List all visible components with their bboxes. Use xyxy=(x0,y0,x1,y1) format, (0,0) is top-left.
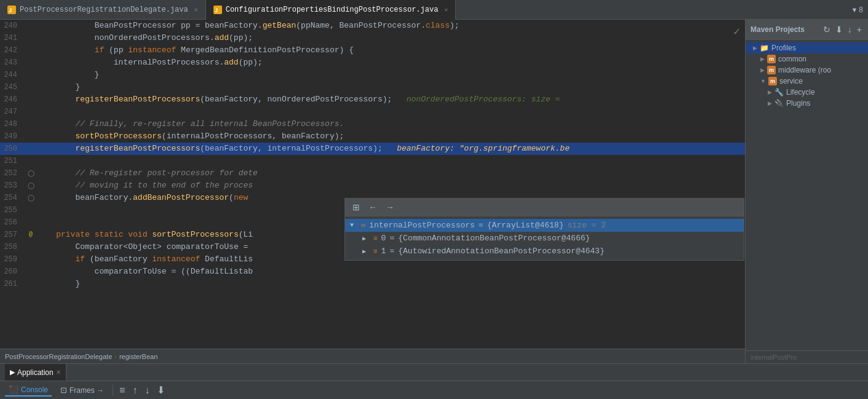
debug-child-1-icon: ≡ xyxy=(373,248,378,255)
frames-btn[interactable]: ⊡ Frames → xyxy=(57,384,108,396)
console-icon: ⬛ xyxy=(9,385,18,394)
profiles-arrow: ▶ xyxy=(753,45,757,51)
maven-add-btn[interactable]: + xyxy=(856,23,863,36)
debug-var-name: internalPostProcessors xyxy=(369,221,475,230)
tab-count: 8 xyxy=(859,6,863,14)
console-down-btn[interactable]: ↓ xyxy=(143,384,151,397)
middleware-maven-icon: m xyxy=(767,66,776,74)
svg-text:J: J xyxy=(9,8,12,14)
service-arrow: ▼ xyxy=(760,78,766,84)
debug-back-btn[interactable]: ← xyxy=(366,201,380,213)
breadcrumb-item-1[interactable]: PostProcessorRegistrationDelegate xyxy=(5,353,112,360)
tab-configprops[interactable]: J ConfigurationPropertiesBindingPostProc… xyxy=(206,0,456,20)
maven-item-plugins[interactable]: ▶ 🔌 Plugins xyxy=(746,98,868,109)
lifecycle-icon: 🔧 xyxy=(774,88,784,97)
debug-child-0-expand: ▶ xyxy=(362,235,370,242)
maven-hint: internalPostPro xyxy=(746,350,868,363)
maven-item-service[interactable]: ▼ m service xyxy=(746,76,868,87)
debugger-content: ▼ ∞ internalPostProcessors = {ArrayList@… xyxy=(345,216,744,260)
svg-text:J: J xyxy=(215,8,218,14)
debug-child-1-index: 1 xyxy=(381,247,386,256)
debugger-popup: ⊞ ← → ▼ ∞ internalPostProcessors = {Arra… xyxy=(344,198,744,261)
console-dl-btn[interactable]: ⬇ xyxy=(156,383,166,397)
plugins-icon: 🔌 xyxy=(774,99,784,108)
console-up-btn[interactable]: ↑ xyxy=(131,384,138,397)
app-tab-bar: ▶ Application ✕ xyxy=(0,363,868,381)
app-tab-icon: ▶ xyxy=(10,368,15,376)
app-tab-label: Application xyxy=(17,368,54,377)
debug-child-1-row[interactable]: ▶ ≡ 1 = {AutowiredAnnotationBeanPostProc… xyxy=(345,245,744,258)
debug-main-var-row[interactable]: ▼ ∞ internalPostProcessors = {ArrayList@… xyxy=(345,219,744,232)
service-maven-icon: m xyxy=(768,77,777,85)
code-line-243: 243 internalPostProcessors.add(pp); xyxy=(0,57,745,69)
code-line-251: 251 xyxy=(0,155,745,167)
maven-item-common[interactable]: ▶ m common xyxy=(746,53,868,65)
maven-hint-text: internalPostPro xyxy=(751,354,797,361)
debug-infinity-icon: ∞ xyxy=(361,221,365,230)
code-line-242: 242 if (pp instanceof MergedBeanDefiniti… xyxy=(0,44,745,57)
code-line-240: 240 BeanPostProcessor pp = beanFactory.g… xyxy=(0,20,745,32)
maven-download-btn[interactable]: ↓ xyxy=(846,23,853,36)
maven-download-all-btn[interactable]: ⬇ xyxy=(834,23,844,36)
code-line-248: 248 // Finally, re-register all internal… xyxy=(0,118,745,130)
debug-child-0-value: {CommonAnnotationBeanPostProcessor@4666} xyxy=(398,234,590,243)
tab-postprocessor[interactable]: J PostProcessorRegistrationDelegate.java… xyxy=(0,0,206,20)
maven-sidebar: Maven Projects ↻ ⬇ ↓ + ▶ 📁 Profiles ▶ m … xyxy=(745,20,868,363)
debug-var-meta: size = 2 xyxy=(567,221,605,230)
app-tab-close[interactable]: ✕ xyxy=(56,369,61,376)
common-arrow: ▶ xyxy=(760,56,765,62)
debug-expand-arrow: ▼ xyxy=(350,222,357,229)
debug-var-value: {ArrayList@4618} xyxy=(487,221,564,230)
lifecycle-label: Lifecycle xyxy=(786,88,815,97)
console-label: Console xyxy=(21,385,48,394)
debug-grid-btn[interactable]: ⊞ xyxy=(350,201,362,213)
common-label: common xyxy=(778,55,806,63)
service-label: service xyxy=(779,77,803,85)
debug-child-1-value: {AutowiredAnnotationBeanPostProcessor@46… xyxy=(398,247,604,256)
maven-item-profiles[interactable]: ▶ 📁 Profiles xyxy=(746,42,868,53)
maven-title: Maven Projects xyxy=(751,25,805,34)
code-line-252: 252 ◯ // Re-register post-processor for … xyxy=(0,167,745,180)
tab-close-1[interactable]: ✕ xyxy=(194,6,198,14)
middleware-label: middleware (roo xyxy=(778,66,831,74)
app-tab-application[interactable]: ▶ Application ✕ xyxy=(5,364,66,381)
tab-bar: J PostProcessorRegistrationDelegate.java… xyxy=(0,0,868,20)
code-line-247: 247 xyxy=(0,106,745,118)
console-btn[interactable]: ⬛ Console xyxy=(5,384,52,397)
tab-count-icon: ▼ xyxy=(851,6,858,14)
code-line-244: 244 } xyxy=(0,69,745,81)
main-content: 240 BeanPostProcessor pp = beanFactory.g… xyxy=(0,20,868,363)
console-list-btn[interactable]: ≡ xyxy=(118,384,126,397)
lifecycle-arrow: ▶ xyxy=(768,89,772,95)
debug-child-0-row[interactable]: ▶ ≡ 0 = {CommonAnnotationBeanPostProcess… xyxy=(345,232,744,245)
editor-area[interactable]: 240 BeanPostProcessor pp = beanFactory.g… xyxy=(0,20,745,363)
checkmark-overlay: ✓ xyxy=(733,25,740,38)
maven-refresh-btn[interactable]: ↻ xyxy=(822,23,832,36)
code-line-261: 261 } xyxy=(0,278,745,290)
maven-tree: ▶ 📁 Profiles ▶ m common ▶ m middleware (… xyxy=(746,40,868,350)
frames-icon: ⊡ xyxy=(60,385,67,395)
common-maven-icon: m xyxy=(767,55,776,63)
frames-label: Frames → xyxy=(70,386,104,395)
middleware-arrow: ▶ xyxy=(760,67,765,73)
code-line-246: 246 registerBeanPostProcessors(beanFacto… xyxy=(0,93,745,106)
debug-child-0-icon: ≡ xyxy=(373,235,378,242)
breadcrumb-sep: › xyxy=(114,353,117,360)
tab-label-1: PostProcessorRegistrationDelegate.java xyxy=(20,6,188,14)
bottom-bar: ▶ Application ✕ ⬛ Console ⊡ Frames → ≡ ↑… xyxy=(0,363,868,399)
plugins-label: Plugins xyxy=(786,99,810,108)
tab-close-2[interactable]: ✕ xyxy=(444,6,448,14)
maven-item-lifecycle[interactable]: ▶ 🔧 Lifecycle xyxy=(746,87,868,98)
debug-forward-btn[interactable]: → xyxy=(383,201,397,213)
debug-child-1-expand: ▶ xyxy=(362,248,370,255)
console-divider xyxy=(113,385,113,396)
debug-child-0-index: 0 xyxy=(381,234,386,243)
tab-label-2: ConfigurationPropertiesBindingPostProces… xyxy=(226,6,439,14)
code-line-241: 241 nonOrderedPostProcessors.add(pp); xyxy=(0,32,745,44)
plugins-arrow: ▶ xyxy=(768,100,772,106)
profiles-icon: 📁 xyxy=(760,44,769,52)
maven-item-middleware[interactable]: ▶ m middleware (roo xyxy=(746,65,868,76)
breadcrumb-item-2[interactable]: registerBean xyxy=(119,353,157,360)
profiles-label: Profiles xyxy=(771,44,796,52)
debugger-toolbar: ⊞ ← → xyxy=(345,199,744,216)
